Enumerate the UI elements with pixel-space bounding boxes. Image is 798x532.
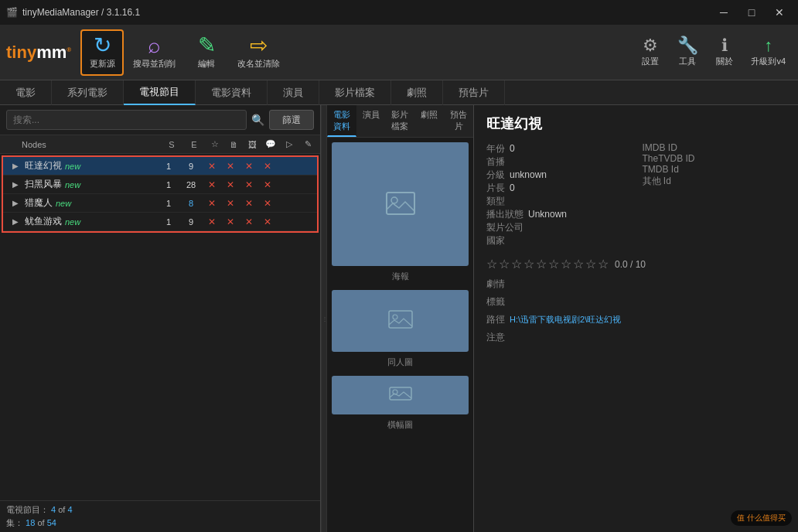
refresh-button[interactable]: ↻ 更新源	[80, 29, 124, 76]
th-img: 🖼	[243, 140, 261, 149]
rating-row: 分級 unknown	[486, 169, 630, 182]
tab-movie-info[interactable]: 電影資料	[327, 105, 356, 137]
edit-icon: ✎	[198, 35, 216, 56]
row-s: 1	[158, 180, 179, 189]
length-row: 片長 0	[486, 182, 630, 195]
banner-thumbnail[interactable]	[332, 376, 469, 414]
imdb-label: IMDB ID	[643, 142, 677, 153]
tmdb-label: TMDB Id	[643, 164, 679, 175]
star-1[interactable]: ☆	[486, 257, 497, 271]
new-badge: new	[65, 162, 80, 171]
tab-movieinfo[interactable]: 電影資料	[196, 80, 268, 105]
genre-row: 類型	[486, 195, 630, 208]
filter-button[interactable]: 篩選	[269, 110, 314, 130]
rating-label: 分級	[486, 169, 505, 182]
detail-title: 旺達幻視	[486, 114, 786, 133]
tab-stills-sub[interactable]: 劇照	[414, 105, 444, 137]
nav-tabs: 電影 系列電影 電視節目 電影資料 演員 影片檔案 劇照 預告片	[0, 80, 798, 105]
path-label: 路徑	[486, 313, 505, 326]
tab-trailers[interactable]: 預告片	[443, 80, 505, 105]
app-icon: 🎬	[6, 7, 18, 18]
about-button[interactable]: ℹ 關於	[708, 29, 742, 76]
tab-files-sub[interactable]: 影片檔案	[386, 105, 415, 137]
upgrade-label: 升級到v4	[751, 56, 786, 67]
star-3[interactable]: ☆	[511, 257, 522, 271]
tools-button[interactable]: 🔧 工具	[670, 29, 704, 76]
tab-actors-sub[interactable]: 演員	[356, 105, 386, 137]
refresh-label: 更新源	[90, 58, 115, 70]
star-9[interactable]: ☆	[585, 257, 596, 271]
toolbar-right: ⚙ 設置 🔧 工具 ℹ 關於 ↑ 升級到v4	[633, 29, 792, 76]
path-link[interactable]: H:\迅雷下载电视剧2\旺达幻视	[510, 314, 621, 326]
row-star: ✕	[203, 161, 221, 172]
plot-label: 劇情	[486, 278, 505, 291]
middle-panel: 電影資料 演員 影片檔案 劇照 預告片 海報 同人圖	[327, 105, 474, 532]
row-img: ✕	[240, 179, 258, 190]
star-8[interactable]: ☆	[573, 257, 584, 271]
table-row[interactable]: ▶ 扫黑风暴 new 1 28 ✕ ✕ ✕ ✕	[3, 176, 317, 194]
minimize-button[interactable]: ─	[711, 5, 736, 20]
rating-score: 0.0 / 10	[615, 259, 646, 270]
poster-thumbnail[interactable]	[332, 142, 469, 266]
new-badge: new	[65, 217, 80, 227]
table-row[interactable]: ▶ 鱿鱼游戏 new 1 9 ✕ ✕ ✕ ✕	[3, 213, 317, 231]
row-img: ✕	[240, 217, 258, 227]
settings-button[interactable]: ⚙ 設置	[633, 29, 667, 76]
otherid-row: 其他 Id	[643, 175, 786, 188]
star-7[interactable]: ☆	[561, 257, 571, 271]
stars-row: ☆ ☆ ☆ ☆ ☆ ☆ ☆ ☆ ☆ ☆ 0.0 / 10	[486, 257, 786, 271]
thetvdb-row: TheTVDB ID	[643, 153, 786, 164]
note-label: 注意	[486, 331, 505, 344]
tab-files[interactable]: 影片檔案	[319, 80, 391, 105]
detail-col-right: IMDB ID TheTVDB ID TMDB Id 其他 Id	[643, 142, 786, 247]
about-icon: ℹ	[721, 37, 728, 54]
maximize-button[interactable]: □	[739, 5, 764, 20]
star-10[interactable]: ☆	[598, 257, 609, 271]
watermark: 值 什么值得买	[731, 510, 792, 526]
row-expand-icon: ▶	[6, 180, 25, 189]
table-header: Nodes S E ☆ 🗎 🖼 💬 ▷ ✎	[0, 135, 320, 154]
left-panel: 🔍 篩選 Nodes S E ☆ 🗎 🖼 💬 ▷ ✎ ▶ 旺達幻視 new	[0, 105, 321, 532]
tab-actors[interactable]: 演員	[268, 80, 319, 105]
svg-point-1	[391, 197, 397, 203]
tab-movies[interactable]: 電影	[0, 80, 52, 105]
upgrade-button[interactable]: ↑ 升級到v4	[745, 29, 792, 76]
table-row[interactable]: ▶ 猎魔人 new 1 8 ✕ ✕ ✕ ✕	[3, 194, 317, 213]
otherid-label: 其他 Id	[643, 175, 671, 188]
row-name: 猎魔人 new	[25, 196, 158, 210]
edit-button[interactable]: ✎ 編輯	[185, 29, 228, 76]
tab-stills[interactable]: 劇照	[391, 80, 443, 105]
tab-series[interactable]: 系列電影	[52, 80, 124, 105]
table-row[interactable]: ▶ 旺達幻視 new 1 9 ✕ ✕ ✕ ✕	[3, 157, 317, 176]
row-e: 9	[179, 162, 203, 171]
row-expand-icon: ▶	[6, 199, 25, 207]
title-left: 🎬 tinyMediaManager / 3.1.16.1	[6, 7, 140, 18]
row-name: 旺達幻視 new	[25, 159, 158, 172]
plot-section: 劇情	[486, 278, 786, 291]
th-play: ▷	[280, 139, 298, 149]
thetvdb-label: TheTVDB ID	[643, 153, 695, 164]
path-row: 路徑 H:\迅雷下载电视剧2\旺达幻视	[486, 313, 786, 326]
fanart-thumbnail[interactable]	[332, 290, 469, 352]
media-tabs: 電影資料 演員 影片檔案 劇照 預告片	[327, 105, 473, 138]
star-5[interactable]: ☆	[536, 257, 547, 271]
detail-col-left: 年份 0 首播 分級 unknown 片長 0 類型	[486, 142, 630, 247]
note-row: 注意	[486, 331, 786, 344]
row-name: 扫黑风暴 new	[25, 178, 158, 191]
star-2[interactable]: ☆	[499, 257, 510, 271]
tab-trailers-sub[interactable]: 預告片	[444, 105, 473, 137]
close-button[interactable]: ✕	[767, 5, 792, 20]
premiere-row: 首播	[486, 155, 630, 169]
search-input[interactable]	[6, 110, 247, 130]
rename-button[interactable]: ⇨ 改名並清除	[231, 29, 286, 76]
vertical-divider[interactable]: ⋮	[321, 105, 327, 532]
tmdb-row: TMDB Id	[643, 164, 786, 175]
upgrade-icon: ↑	[764, 37, 772, 54]
row-s: 1	[158, 162, 179, 171]
tags-label: 標籤	[486, 295, 505, 309]
tv-status: 電視節目： 4 of 4	[6, 504, 314, 516]
search-button[interactable]: ⌕ 搜尋並刮削	[127, 29, 182, 76]
star-6[interactable]: ☆	[548, 257, 559, 271]
star-4[interactable]: ☆	[523, 257, 534, 271]
tab-tvshows[interactable]: 電視節目	[124, 80, 196, 105]
